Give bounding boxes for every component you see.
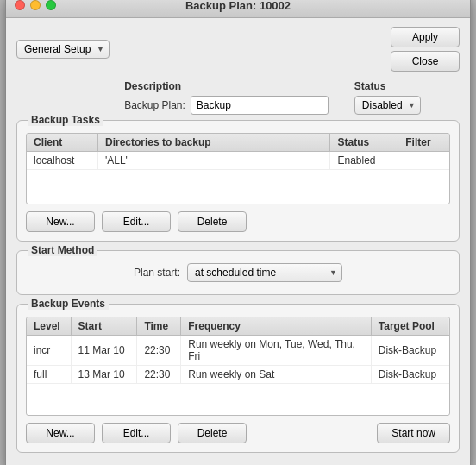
backup-tasks-table: Client Directories to backup Status Filt…: [27, 134, 449, 204]
empty-cell: [27, 384, 449, 415]
backup-events-left-buttons: New... Edit... Delete: [26, 423, 247, 443]
description-label: Description: [124, 80, 329, 92]
backup-plan-label: Backup Plan:: [124, 99, 185, 111]
backup-events-header-row: Level Start Time Frequency Target Pool: [27, 317, 449, 336]
description-group: Description Backup Plan:: [124, 80, 329, 115]
cell-time-1: 22:30: [137, 336, 181, 366]
start-method-title: Start Method: [28, 244, 97, 256]
cell-frequency-1: Run weekly on Mon, Tue, Wed, Thu, Fri: [181, 336, 372, 366]
backup-plan-row: Backup Plan:: [124, 96, 329, 115]
cell-time-2: 22:30: [137, 366, 181, 384]
table-row: full 13 Mar 10 22:30 Run weekly on Sat D…: [27, 366, 449, 384]
content-area: General Setup ▼ Apply Close Description …: [6, 18, 470, 466]
col-directories: Directories to backup: [97, 134, 330, 152]
window-title: Backup Plan: 10002: [185, 0, 291, 12]
backup-tasks-edit-button[interactable]: Edit...: [102, 211, 171, 232]
cell-target-2: Disk-Backup: [371, 366, 449, 384]
cell-client: localhost: [27, 151, 97, 169]
cell-start-2: 13 Mar 10: [71, 366, 137, 384]
main-window: Backup Plan: 10002 General Setup ▼ Apply…: [5, 0, 471, 465]
backup-tasks-thead: Client Directories to backup Status Filt…: [27, 134, 449, 152]
backup-events-section: Backup Events Level Start Time Frequency…: [16, 304, 460, 453]
col-status: Status: [330, 134, 398, 152]
cell-level-2: full: [27, 366, 71, 384]
backup-events-new-button[interactable]: New...: [26, 423, 95, 443]
status-dropdown[interactable]: Disabled Enabled: [354, 96, 421, 115]
backup-events-button-row: New... Edit... Delete Start now: [26, 423, 450, 443]
empty-cell: [27, 169, 449, 204]
backup-events-title: Backup Events: [28, 298, 109, 310]
cell-frequency-2: Run weekly on Sat: [181, 366, 372, 384]
status-label: Status: [354, 80, 421, 92]
backup-events-table: Level Start Time Frequency Target Pool i…: [27, 317, 449, 415]
backup-tasks-new-button[interactable]: New...: [26, 211, 95, 232]
table-row: incr 11 Mar 10 22:30 Run weekly on Mon, …: [27, 336, 449, 366]
backup-tasks-table-wrapper: Client Directories to backup Status Filt…: [26, 133, 450, 205]
backup-tasks-header-row: Client Directories to backup Status Filt…: [27, 134, 449, 152]
plan-start-wrapper: at scheduled time manually by event ▼: [187, 263, 342, 282]
status-group: Status Disabled Enabled ▼: [354, 80, 421, 115]
traffic-lights: [15, 0, 56, 10]
empty-row: [27, 384, 449, 415]
backup-events-table-wrapper: Level Start Time Frequency Target Pool i…: [26, 317, 450, 416]
col-start: Start: [71, 317, 137, 336]
table-row: localhost 'ALL' Enabled: [27, 151, 449, 169]
cell-filter: [398, 151, 449, 169]
maximize-button[interactable]: [46, 0, 56, 10]
cell-status: Enabled: [330, 151, 398, 169]
cell-level-1: incr: [27, 336, 71, 366]
minimize-button[interactable]: [30, 0, 41, 10]
backup-tasks-delete-button[interactable]: Delete: [178, 211, 247, 232]
plan-start-label: Plan start:: [134, 267, 180, 279]
apply-button[interactable]: Apply: [391, 27, 460, 47]
backup-events-thead: Level Start Time Frequency Target Pool: [27, 317, 449, 336]
col-time: Time: [137, 317, 181, 336]
col-target-pool: Target Pool: [371, 317, 449, 336]
col-level: Level: [27, 317, 71, 336]
cell-target-1: Disk-Backup: [371, 336, 449, 366]
start-method-section: Start Method Plan start: at scheduled ti…: [16, 250, 460, 295]
backup-plan-input[interactable]: [191, 96, 329, 115]
start-now-button[interactable]: Start now: [377, 423, 450, 443]
backup-tasks-section: Backup Tasks Client Directories to backu…: [16, 120, 460, 242]
empty-row: [27, 169, 449, 204]
plan-start-dropdown[interactable]: at scheduled time manually by event: [187, 263, 342, 282]
desc-status-row: Description Backup Plan: Status Disabled…: [16, 80, 460, 115]
backup-tasks-button-row: New... Edit... Delete: [26, 211, 450, 232]
action-buttons: Apply Close: [391, 27, 460, 72]
titlebar: Backup Plan: 10002: [6, 0, 470, 18]
backup-tasks-tbody: localhost 'ALL' Enabled: [27, 151, 449, 204]
backup-tasks-title: Backup Tasks: [28, 114, 103, 126]
cell-directories: 'ALL': [97, 151, 330, 169]
backup-events-delete-button[interactable]: Delete: [178, 423, 247, 443]
col-client: Client: [27, 134, 97, 152]
general-setup-dropdown[interactable]: General Setup: [16, 40, 110, 59]
status-wrapper: Disabled Enabled ▼: [354, 96, 421, 115]
col-filter: Filter: [398, 134, 449, 152]
cell-start-1: 11 Mar 10: [71, 336, 137, 366]
backup-events-edit-button[interactable]: Edit...: [102, 423, 171, 443]
toolbar-row: General Setup ▼ Apply Close: [16, 27, 460, 72]
col-frequency: Frequency: [181, 317, 372, 336]
close-button-main[interactable]: Close: [391, 51, 460, 72]
general-setup-wrapper: General Setup ▼: [16, 40, 110, 59]
close-button[interactable]: [15, 0, 25, 10]
plan-start-row: Plan start: at scheduled time manually b…: [26, 258, 450, 286]
backup-events-tbody: incr 11 Mar 10 22:30 Run weekly on Mon, …: [27, 336, 449, 415]
